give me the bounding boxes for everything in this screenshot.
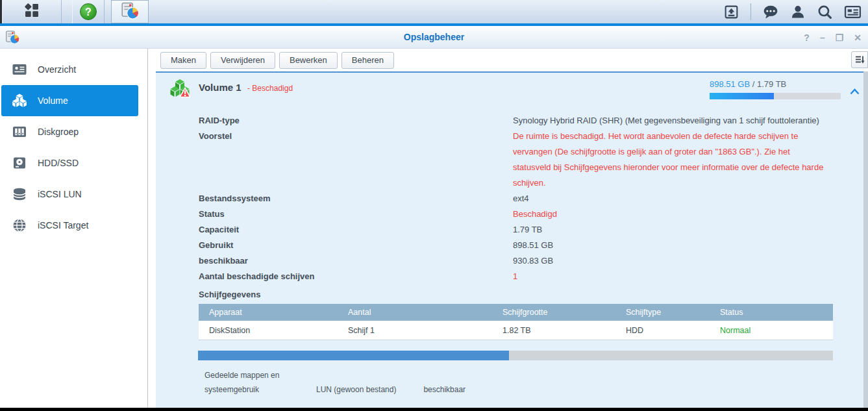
main-menu-icon — [23, 2, 40, 21]
create-button[interactable]: Maken — [160, 52, 206, 69]
capacity-text: 898.51 GB / 1.79 TB — [710, 79, 841, 89]
storage-manager-taskbar-button[interactable] — [111, 0, 149, 23]
sidebar-item-hdd-ssd[interactable]: HDD/SSD — [0, 147, 147, 179]
taskbar-separator — [750, 3, 751, 20]
sidebar-item-label: HDD/SSD — [38, 158, 79, 168]
sidebar-item-label: iSCSI Target — [38, 220, 88, 230]
detail-value-used: 898.51 GB — [513, 238, 825, 253]
notifications-icon[interactable] — [762, 4, 779, 20]
cell-disk-number: Schijf 1 — [338, 321, 492, 340]
sidebar-item-overzicht[interactable]: Overzicht — [0, 54, 147, 85]
detail-value-filesystem: ext4 — [513, 191, 825, 206]
delete-button[interactable]: Verwijderen — [210, 52, 275, 69]
volume-status-badge: - Beschadigd — [247, 84, 293, 93]
volume-title-row: Volume 1 - Beschadigd — [199, 82, 293, 93]
usage-bar — [198, 351, 833, 360]
user-options-icon[interactable] — [790, 4, 806, 20]
column-header-status[interactable]: Status — [710, 304, 833, 321]
scrollbar-track[interactable] — [863, 71, 868, 408]
capacity-bar-fill — [710, 93, 774, 99]
window-title: Opslagbeheer — [0, 26, 868, 49]
window-close-button[interactable]: ✕ — [854, 32, 862, 43]
sidebar-item-label: Volume — [38, 95, 68, 106]
main-menu-button[interactable] — [2, 0, 62, 23]
cell-disk-status: Normaal — [710, 321, 833, 340]
detail-value-available: 930.83 GB — [513, 253, 825, 269]
detail-label: Aantal beschadigde schijven — [199, 269, 513, 284]
detail-value-capacity: 1.79 TB — [513, 222, 825, 238]
volume-panel: Volume 1 - Beschadigd 898.51 GB / 1.79 T… — [156, 71, 863, 408]
external-device-icon[interactable] — [723, 4, 739, 20]
table-row[interactable]: DiskStation Schijf 1 1.82 TB HDD Normaal — [199, 321, 833, 340]
sidebar-item-volume[interactable]: Volume — [1, 85, 138, 116]
cell-disk-size: 1.82 TB — [492, 321, 615, 340]
volume-panel-header[interactable]: Volume 1 - Beschadigd 898.51 GB / 1.79 T… — [156, 73, 863, 110]
overview-icon — [12, 62, 27, 77]
disk-info-title: Schijfgegevens — [199, 290, 863, 299]
main-content: Maken Verwijderen Bewerken Beheren — [149, 49, 868, 408]
iscsi-lun-icon — [12, 186, 27, 202]
window-controls: ? – ❐ ✕ — [804, 26, 862, 49]
cell-device: DiskStation — [199, 321, 338, 340]
disk-table: Apparaat Aantal Schijfgrootte Schijftype… — [199, 304, 833, 340]
column-header-schijftype[interactable]: Schijftype — [615, 304, 710, 321]
collapse-list-button[interactable] — [851, 51, 868, 68]
pilot-view-icon[interactable] — [844, 4, 862, 20]
capacity-total: / 1.79 TB — [752, 79, 787, 89]
legend-shared-folders: Gedeelde mappen en systeemgebruik — [205, 368, 289, 397]
disk-table-header: Apparaat Aantal Schijfgrootte Schijftype… — [199, 304, 833, 321]
sidebar: Overzicht Volume Diskgroep — [0, 49, 148, 408]
usage-bar-fill — [198, 351, 509, 360]
capacity-block: 898.51 GB / 1.79 TB — [710, 79, 841, 99]
diskgroup-icon — [12, 124, 27, 140]
hdd-icon — [12, 155, 27, 171]
detail-value-raid-type: Synology Hybrid RAID (SHR) (Met gegevens… — [513, 113, 825, 129]
legend-lun: LUN (gewoon bestand) — [316, 382, 396, 397]
detail-value-suggestion: De ruimte is beschadigd. Het wordt aanbe… — [513, 129, 825, 191]
detail-label: Status — [199, 206, 513, 222]
volume-icon — [12, 93, 27, 108]
detail-label: Bestandssysteem — [199, 191, 513, 206]
taskbar: ? — [0, 0, 868, 26]
help-icon: ? — [80, 3, 97, 20]
manage-button[interactable]: Beheren — [341, 52, 394, 69]
detail-label: Capaciteit — [199, 222, 513, 238]
volume-title: Volume 1 — [199, 82, 242, 93]
sidebar-item-diskgroep[interactable]: Diskgroep — [0, 116, 147, 147]
sidebar-item-iscsi-lun[interactable]: iSCSI LUN — [0, 179, 147, 210]
iscsi-target-icon — [12, 218, 27, 233]
detail-value-damaged-disks: 1 — [513, 269, 825, 284]
cell-disk-type: HDD — [615, 321, 710, 340]
screen-bottom-edge — [0, 408, 868, 411]
window-minimize-button[interactable]: – — [820, 32, 825, 43]
sidebar-item-label: iSCSI LUN — [38, 189, 82, 199]
legend-available: beschikbaar — [423, 382, 465, 397]
help-button[interactable]: ? — [72, 0, 105, 23]
edit-button[interactable]: Bewerken — [279, 52, 338, 69]
volume-details: RAID-type Synology Hybrid RAID (SHR) (Me… — [199, 113, 863, 284]
detail-label: Voorstel — [199, 129, 513, 144]
window-titlebar[interactable]: Opslagbeheer ? – ❐ ✕ — [0, 26, 868, 49]
sidebar-item-iscsi-target[interactable]: iSCSI Target — [0, 210, 147, 241]
detail-value-status: Beschadigd — [513, 206, 825, 222]
column-header-schijfgrootte[interactable]: Schijfgrootte — [492, 304, 615, 321]
usage-legend: Gedeelde mappen en systeemgebruik LUN (g… — [205, 368, 863, 397]
window-help-button[interactable]: ? — [804, 32, 810, 43]
window-maximize-button[interactable]: ❐ — [836, 32, 844, 43]
detail-label: Gebruikt — [199, 238, 513, 253]
collapse-list-icon — [854, 55, 865, 65]
volume-status-icon — [169, 78, 191, 103]
detail-label: RAID-type — [199, 113, 513, 129]
sidebar-item-label: Overzicht — [38, 64, 76, 75]
column-header-aantal[interactable]: Aantal — [338, 304, 492, 321]
taskbar-status-icons — [723, 0, 868, 23]
capacity-bar — [710, 93, 841, 99]
search-icon[interactable] — [817, 4, 833, 20]
sidebar-item-label: Diskgroep — [38, 127, 79, 137]
toolbar: Maken Verwijderen Bewerken Beheren — [149, 49, 868, 71]
detail-label: beschikbaar — [199, 253, 513, 269]
collapse-panel-button[interactable] — [850, 86, 860, 97]
capacity-used: 898.51 GB — [710, 79, 750, 89]
storage-manager-icon — [121, 1, 139, 22]
column-header-apparaat[interactable]: Apparaat — [199, 304, 338, 321]
